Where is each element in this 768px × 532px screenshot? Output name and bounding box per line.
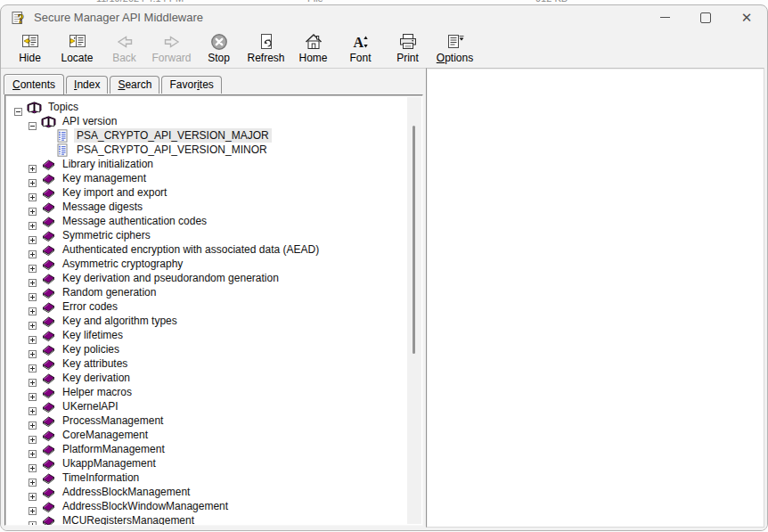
tree-item-label[interactable]: AddressBlockManagement bbox=[60, 485, 192, 499]
tree-item-label[interactable]: Key policies bbox=[60, 342, 122, 356]
hide-button[interactable]: Hide bbox=[6, 30, 53, 65]
tab-search[interactable]: Search bbox=[110, 76, 159, 94]
tree-item[interactable]: Key import and export bbox=[14, 185, 407, 200]
tree-item-label[interactable]: Key and algorithm types bbox=[60, 314, 180, 328]
tree-item[interactable]: PSA_CRYPTO_API_VERSION_MAJOR bbox=[14, 128, 407, 143]
tree-item[interactable]: Error codes bbox=[14, 299, 407, 314]
tree-item[interactable]: Helper macros bbox=[14, 385, 407, 399]
tree-item[interactable]: UKernelAPI bbox=[14, 399, 407, 413]
tab-index[interactable]: Index bbox=[66, 76, 108, 94]
tree-item-label[interactable]: ProcessManagement bbox=[60, 413, 166, 428]
home-button[interactable]: Home bbox=[290, 30, 337, 65]
tree-item[interactable]: AddressBlockWindowManagement bbox=[14, 499, 407, 513]
tree-item[interactable]: Key attributes bbox=[14, 356, 407, 371]
tree-item-label[interactable]: Key management bbox=[60, 171, 149, 185]
tree-item[interactable]: ProcessManagement bbox=[14, 413, 407, 428]
tree-item[interactable]: Key and algorithm types bbox=[14, 314, 407, 328]
tree-item-label[interactable]: Error codes bbox=[60, 299, 120, 314]
expand-icon[interactable] bbox=[29, 289, 37, 297]
minimize-button[interactable] bbox=[644, 5, 685, 29]
expand-icon[interactable] bbox=[29, 417, 37, 425]
print-button[interactable]: Print bbox=[384, 30, 431, 65]
tree-item[interactable]: Symmetric ciphers bbox=[14, 228, 407, 242]
tree-item[interactable]: Key lifetimes bbox=[14, 328, 407, 342]
tree-scrollbar[interactable] bbox=[407, 97, 421, 524]
expand-icon[interactable] bbox=[29, 389, 37, 397]
topic-content-pane[interactable] bbox=[426, 68, 764, 528]
tree-item[interactable]: Authenticated encryption with associated… bbox=[14, 242, 407, 257]
tree-item[interactable]: CoreManagement bbox=[14, 428, 407, 442]
expand-icon[interactable] bbox=[29, 274, 37, 282]
tree-item-label[interactable]: Message authentication codes bbox=[60, 214, 209, 228]
maximize-button[interactable] bbox=[685, 5, 726, 29]
tree-item[interactable]: UkappManagement bbox=[14, 456, 407, 471]
tree-scrollbar-thumb[interactable] bbox=[413, 126, 415, 354]
stop-button[interactable]: Stop bbox=[195, 30, 242, 65]
tree-item[interactable]: Random generation bbox=[14, 285, 407, 299]
tree-item-label[interactable]: MCURegistersManagement bbox=[60, 513, 197, 525]
tree-item[interactable]: Message digests bbox=[14, 200, 407, 214]
tree-item-label[interactable]: Key derivation bbox=[60, 371, 133, 385]
collapse-icon[interactable] bbox=[29, 118, 37, 126]
tree-item-label[interactable]: PlatformManagement bbox=[60, 442, 167, 456]
tree-item-label[interactable]: Key derivation and pseudorandom generati… bbox=[60, 271, 282, 285]
expand-icon[interactable] bbox=[29, 175, 37, 183]
tree-item-label[interactable]: Key lifetimes bbox=[60, 328, 126, 342]
tree-item-label[interactable]: Key import and export bbox=[60, 185, 169, 200]
expand-icon[interactable] bbox=[29, 517, 37, 525]
tab-favorites[interactable]: Favorites bbox=[161, 76, 221, 94]
tree-item[interactable]: PSA_CRYPTO_API_VERSION_MINOR bbox=[14, 143, 407, 157]
tree-item-label[interactable]: Key attributes bbox=[60, 356, 130, 371]
tree-item[interactable]: Key derivation and pseudorandom generati… bbox=[14, 271, 407, 285]
tree-item-label[interactable]: UKernelAPI bbox=[60, 399, 121, 413]
tree-item-label[interactable]: Authenticated encryption with associated… bbox=[60, 242, 322, 257]
tree-item[interactable]: Message authentication codes bbox=[14, 214, 407, 228]
expand-icon[interactable] bbox=[29, 303, 37, 311]
tree-item[interactable]: TimeInformation bbox=[14, 471, 407, 485]
tree-item[interactable]: Library initialization bbox=[14, 157, 407, 171]
tree-item-label[interactable]: PSA_CRYPTO_API_VERSION_MAJOR bbox=[74, 128, 272, 143]
tree-item-label[interactable]: TimeInformation bbox=[60, 471, 142, 485]
tree-item[interactable]: API version bbox=[14, 114, 407, 128]
tree-item-label[interactable]: CoreManagement bbox=[60, 428, 151, 442]
expand-icon[interactable] bbox=[29, 260, 37, 268]
tree-item-label[interactable]: Symmetric ciphers bbox=[60, 228, 153, 242]
font-button[interactable]: AFont bbox=[337, 30, 384, 65]
expand-icon[interactable] bbox=[29, 160, 37, 168]
tree-item[interactable]: Topics bbox=[14, 100, 407, 114]
tree-item[interactable]: Asymmetric cryptography bbox=[14, 257, 407, 271]
tree-item-label[interactable]: Topics bbox=[45, 100, 81, 114]
expand-icon[interactable] bbox=[29, 331, 37, 340]
expand-icon[interactable] bbox=[29, 503, 37, 511]
tree-item-label[interactable]: PSA_CRYPTO_API_VERSION_MINOR bbox=[74, 143, 270, 157]
tree-item[interactable]: AddressBlockManagement bbox=[14, 485, 407, 499]
expand-icon[interactable] bbox=[29, 189, 37, 197]
expand-icon[interactable] bbox=[29, 474, 37, 482]
collapse-icon[interactable] bbox=[14, 103, 22, 111]
tree-item-label[interactable]: AddressBlockWindowManagement bbox=[60, 499, 231, 513]
expand-icon[interactable] bbox=[29, 403, 37, 411]
expand-icon[interactable] bbox=[29, 217, 37, 225]
expand-icon[interactable] bbox=[29, 431, 37, 439]
expand-icon[interactable] bbox=[29, 203, 37, 211]
tree-item[interactable]: Key derivation bbox=[14, 371, 407, 385]
expand-icon[interactable] bbox=[29, 374, 37, 382]
tree-item-label[interactable]: Asymmetric cryptography bbox=[60, 257, 185, 271]
tree-item-label[interactable]: Random generation bbox=[60, 285, 159, 299]
tree-item[interactable]: Key policies bbox=[14, 342, 407, 356]
expand-icon[interactable] bbox=[29, 488, 37, 496]
tree-item[interactable]: MCURegistersManagement bbox=[14, 513, 407, 525]
expand-icon[interactable] bbox=[29, 360, 37, 368]
tree-item-label[interactable]: Message digests bbox=[60, 200, 145, 214]
expand-icon[interactable] bbox=[29, 460, 37, 468]
refresh-button[interactable]: Refresh bbox=[242, 30, 290, 65]
tree-item-label[interactable]: UkappManagement bbox=[60, 456, 159, 471]
tab-contents[interactable]: Contents bbox=[4, 74, 64, 94]
expand-icon[interactable] bbox=[29, 346, 37, 354]
tree-item-label[interactable]: Library initialization bbox=[60, 157, 156, 171]
locate-button[interactable]: Locate bbox=[53, 30, 101, 65]
expand-icon[interactable] bbox=[29, 446, 37, 454]
title-bar[interactable]: ? Secure Manager API Middleware ✕ bbox=[1, 5, 767, 29]
tree-item[interactable]: PlatformManagement bbox=[14, 442, 407, 456]
tree-item[interactable]: Key management bbox=[14, 171, 407, 185]
